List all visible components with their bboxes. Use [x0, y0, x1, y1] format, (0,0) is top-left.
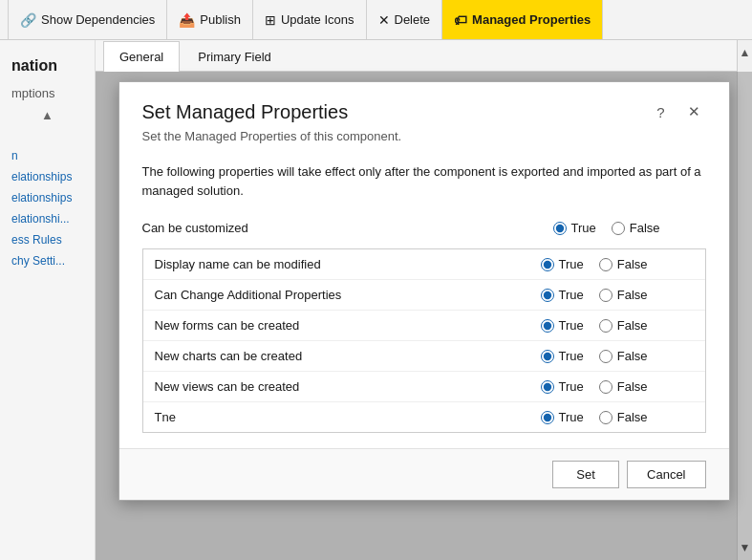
sub-property-true-radio-3[interactable] — [541, 350, 554, 363]
update-icons-icon: ⊞ — [265, 12, 276, 28]
tab-primary-field[interactable]: Primary Field — [182, 41, 288, 72]
sub-property-false-option-0[interactable]: False — [599, 257, 648, 271]
sub-property-true-radio-0[interactable] — [541, 258, 554, 271]
cancel-button[interactable]: Cancel — [627, 461, 705, 488]
main-property-false-option[interactable]: False — [612, 221, 660, 235]
sub-property-true-option-3[interactable]: True — [541, 349, 584, 363]
modal-dialog: Set Managed Properties Set the Managed P… — [118, 81, 730, 501]
side-nav-item[interactable]: elationshi... — [0, 208, 95, 229]
sub-property-false-option-5[interactable]: False — [599, 410, 648, 424]
publish-label: Publish — [200, 12, 241, 27]
toolbar-item-publish[interactable]: 📤Publish — [167, 0, 253, 39]
sub-property-row-5: TneTrueFalse — [143, 402, 705, 432]
main-property-false-radio[interactable] — [612, 222, 625, 235]
sub-property-label-0: Display name can be modified — [155, 257, 541, 271]
delete-label: Delete — [395, 12, 431, 27]
sub-property-row-0: Display name can be modifiedTrueFalse — [143, 249, 705, 280]
tabs-bar: GeneralPrimary Field — [96, 40, 752, 72]
sub-property-radio-group-0: TrueFalse — [541, 257, 694, 271]
sub-property-true-option-1[interactable]: True — [541, 288, 584, 302]
sub-property-false-option-3[interactable]: False — [599, 349, 648, 363]
tab-general[interactable]: General — [103, 41, 180, 72]
sub-property-true-label-0: True — [559, 257, 584, 271]
app-title: nation — [0, 50, 95, 82]
toolbar-item-show-dependencies[interactable]: 🔗Show Dependencies — [8, 0, 167, 39]
modal-title: Set Managed Properties — [142, 101, 652, 123]
sub-property-true-radio-1[interactable] — [541, 289, 554, 302]
sub-property-radio-group-1: TrueFalse — [541, 288, 694, 302]
sub-property-true-label-4: True — [559, 379, 584, 394]
sub-property-false-radio-2[interactable] — [599, 319, 612, 333]
sub-property-true-option-4[interactable]: True — [541, 379, 584, 394]
side-nav-item[interactable]: elationships — [0, 187, 95, 208]
sub-property-false-radio-5[interactable] — [599, 411, 612, 424]
side-nav: nelationshipselationshipselationshi...es… — [0, 145, 95, 271]
sub-property-row-3: New charts can be createdTrueFalse — [143, 341, 705, 372]
toolbar-item-update-icons[interactable]: ⊞Update Icons — [253, 0, 367, 39]
sub-property-true-option-5[interactable]: True — [541, 410, 584, 424]
show-dependencies-label: Show Dependencies — [41, 12, 155, 27]
main-property-radio-group: True False — [553, 221, 706, 235]
sub-property-false-option-4[interactable]: False — [599, 379, 648, 394]
sub-property-true-radio-5[interactable] — [541, 411, 554, 424]
sub-property-label-5: Tne — [155, 410, 541, 424]
sub-property-true-label-5: True — [559, 410, 584, 424]
collapse-btn[interactable]: ▲ — [0, 104, 95, 126]
toolbar-item-delete[interactable]: ✕Delete — [367, 0, 443, 39]
sub-property-true-radio-2[interactable] — [541, 319, 554, 333]
managed-properties-icon: 🏷 — [454, 12, 467, 28]
toolbar-item-managed-properties[interactable]: 🏷Managed Properties — [442, 0, 603, 39]
modal-footer: Set Cancel — [119, 448, 729, 500]
update-icons-label: Update Icons — [281, 12, 355, 27]
set-button[interactable]: Set — [552, 461, 619, 488]
modal-controls: ? ✕ — [651, 101, 705, 122]
sub-property-label-2: New forms can be created — [155, 318, 541, 333]
sub-property-false-label-2: False — [617, 318, 648, 333]
sub-property-false-label-0: False — [617, 257, 648, 271]
sub-property-false-radio-0[interactable] — [599, 258, 612, 271]
sub-property-radio-group-5: TrueFalse — [541, 410, 694, 424]
main-content: Set Managed Properties Set the Managed P… — [96, 72, 752, 560]
sub-property-false-radio-3[interactable] — [599, 350, 612, 363]
sub-property-false-label-3: False — [617, 349, 648, 363]
main-property-label: Can be customized — [142, 221, 553, 235]
sub-property-false-option-2[interactable]: False — [599, 318, 648, 333]
sub-property-false-radio-4[interactable] — [599, 380, 612, 394]
modal-subtitle: Set the Managed Properties of this compo… — [142, 129, 652, 143]
main-property-false-label: False — [630, 221, 660, 235]
sub-property-true-label-2: True — [559, 318, 584, 333]
modal-help-button[interactable]: ? — [651, 102, 670, 122]
main-property-row: Can be customized True False — [142, 215, 706, 245]
sub-property-false-option-1[interactable]: False — [599, 288, 648, 302]
sub-property-false-radio-1[interactable] — [599, 289, 612, 302]
sub-property-true-label-3: True — [559, 349, 584, 363]
sub-property-true-option-2[interactable]: True — [541, 318, 584, 333]
sub-property-true-option-0[interactable]: True — [541, 257, 584, 271]
sub-property-row-1: Can Change Additional PropertiesTrueFals… — [143, 280, 705, 311]
sub-property-false-label-5: False — [617, 410, 648, 424]
modal-close-button[interactable]: ✕ — [682, 101, 706, 122]
side-nav-item[interactable]: n — [0, 145, 95, 166]
sub-property-row-4: New views can be createdTrueFalse — [143, 372, 705, 402]
sub-property-false-label-1: False — [617, 288, 648, 302]
bg-content: nation mptions ▲ nelationshipselationshi… — [0, 40, 752, 560]
side-nav-item[interactable]: ess Rules — [0, 229, 95, 250]
publish-icon: 📤 — [179, 12, 195, 28]
sub-property-true-label-1: True — [559, 288, 584, 302]
sub-property-label-3: New charts can be created — [155, 349, 541, 363]
delete-icon: ✕ — [378, 12, 390, 28]
scroll-up-arrow[interactable]: ▲ — [736, 42, 752, 63]
sub-property-true-radio-4[interactable] — [541, 380, 554, 394]
sub-property-false-label-4: False — [617, 379, 648, 394]
sub-property-label-4: New views can be created — [155, 379, 541, 394]
left-panel: nation mptions ▲ nelationshipselationshi… — [0, 40, 96, 560]
sub-property-row-2: New forms can be createdTrueFalse — [143, 311, 705, 341]
modal-overlay: Set Managed Properties Set the Managed P… — [96, 72, 752, 560]
sub-property-radio-group-4: TrueFalse — [541, 379, 694, 394]
main-property-true-option[interactable]: True — [553, 221, 596, 235]
side-nav-item[interactable]: elationships — [0, 166, 95, 187]
toolbar: 🔗Show Dependencies📤Publish⊞Update Icons✕… — [0, 0, 752, 40]
sub-properties-table: Display name can be modifiedTrueFalseCan… — [142, 248, 706, 433]
main-property-true-radio[interactable] — [553, 222, 567, 235]
side-nav-item[interactable]: chy Setti... — [0, 250, 95, 271]
